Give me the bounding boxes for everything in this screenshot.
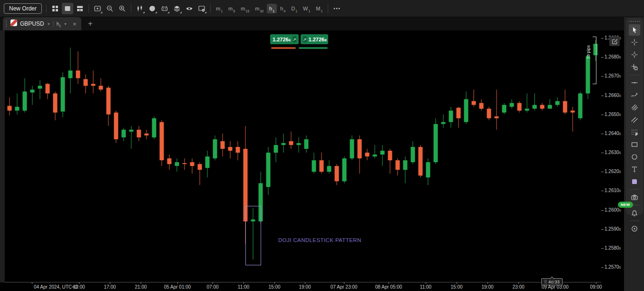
chart-plot-area[interactable] bbox=[5, 30, 601, 282]
tab-drag-handle-icon[interactable] bbox=[6, 20, 8, 27]
chart-edit-button[interactable] bbox=[609, 36, 620, 46]
timeframe-m5-button[interactable]: m5 bbox=[226, 4, 237, 13]
new-feature-badge: NEW bbox=[618, 202, 633, 208]
candle-body bbox=[107, 87, 111, 114]
zoom-out-icon[interactable] bbox=[104, 3, 116, 14]
horizontal-line-icon[interactable] bbox=[629, 77, 640, 88]
candle-body bbox=[586, 56, 590, 93]
timeframe-h4-button[interactable]: h4 bbox=[278, 4, 288, 13]
add-chart-icon[interactable] bbox=[92, 3, 103, 14]
candle-body bbox=[68, 70, 73, 78]
new-order-button[interactable]: New Order bbox=[4, 3, 42, 14]
time-axis[interactable]: 04 Apr 2024, UTC+013:0017:0021:0005 Apr … bbox=[0, 282, 624, 291]
price-axis-label: 1.26700 bbox=[605, 73, 621, 78]
tab-timeframe-label[interactable]: h1 bbox=[57, 21, 61, 27]
candle-body bbox=[578, 94, 583, 118]
new-tab-button[interactable]: + bbox=[88, 19, 93, 29]
timeframe-m30-button[interactable]: m30 bbox=[253, 4, 266, 13]
toolbar-divider bbox=[328, 4, 328, 13]
timeframe-h1-button[interactable]: h1 bbox=[267, 4, 277, 13]
timeframe-dropdown-icon[interactable]: ▼ bbox=[64, 22, 67, 26]
price-tick bbox=[601, 57, 604, 58]
time-tick bbox=[344, 282, 344, 284]
replay-icon[interactable] bbox=[629, 223, 640, 234]
indicators-icon[interactable]: f bbox=[146, 3, 158, 14]
layers-icon[interactable] bbox=[171, 3, 183, 14]
time-axis-label: 08 Apr 05:00 bbox=[367, 284, 410, 290]
visibility-icon[interactable] bbox=[184, 3, 195, 14]
timeframe-M1-button[interactable]: M1 bbox=[313, 4, 325, 13]
candle-body bbox=[84, 79, 88, 86]
candle-body bbox=[145, 134, 149, 136]
doji-annotation-rectangle[interactable] bbox=[245, 206, 261, 265]
equidistant-channel-icon[interactable] bbox=[629, 114, 640, 126]
candle-body bbox=[190, 162, 195, 166]
candle-body bbox=[129, 130, 134, 132]
ellipse-icon[interactable] bbox=[629, 151, 640, 163]
candle-body bbox=[236, 147, 240, 153]
candle-body bbox=[183, 163, 187, 164]
candle-body bbox=[228, 147, 233, 151]
crosshair-measure-icon[interactable] bbox=[629, 49, 640, 60]
candle-body bbox=[350, 139, 354, 158]
tab-close-icon[interactable]: × bbox=[73, 20, 77, 28]
brush-icon[interactable] bbox=[629, 102, 640, 113]
alerts-icon[interactable] bbox=[629, 207, 640, 219]
text-tool-icon[interactable] bbox=[629, 164, 640, 175]
time-tick bbox=[596, 282, 596, 284]
time-tick bbox=[213, 282, 213, 284]
layout-single-icon[interactable] bbox=[62, 3, 73, 14]
candle-body bbox=[99, 86, 103, 89]
symbol-dropdown-icon[interactable]: ▼ bbox=[47, 22, 50, 26]
rectangle-icon[interactable] bbox=[629, 139, 640, 150]
crosshair-icon[interactable] bbox=[629, 37, 640, 48]
time-tick bbox=[110, 282, 110, 284]
candle-body bbox=[160, 122, 164, 160]
fibonacci-icon[interactable]: F bbox=[629, 126, 640, 138]
timeframe-D1-button[interactable]: D1 bbox=[289, 4, 300, 13]
tab-gbpusd[interactable]: GBPUSD ▼ h1 ▼ × bbox=[3, 17, 81, 30]
candle-body bbox=[403, 160, 408, 170]
timeframe-m1-button[interactable]: m1 bbox=[214, 4, 225, 13]
sell-button[interactable]: 1.27266 ↗ bbox=[270, 34, 299, 44]
layout-grid-icon[interactable] bbox=[49, 3, 61, 14]
candle-body bbox=[152, 118, 156, 137]
window-left-edge bbox=[0, 30, 5, 291]
candle-body bbox=[571, 111, 575, 113]
more-icon[interactable] bbox=[331, 3, 342, 14]
price-axis-label: 1.25900 bbox=[605, 226, 621, 232]
candle-body bbox=[8, 106, 12, 111]
cbots-icon[interactable] bbox=[159, 3, 170, 14]
timeframe-m15-button[interactable]: m15 bbox=[238, 4, 252, 13]
candle-body bbox=[221, 141, 225, 149]
bar-countdown-tooltip[interactable]: ⣿ 40:33 bbox=[541, 278, 563, 285]
candlestick-chart bbox=[5, 30, 601, 282]
chart-type-icon[interactable] bbox=[134, 3, 146, 14]
cursor-icon[interactable] bbox=[629, 24, 640, 36]
price-axis[interactable]: 1.269001.268001.267001.266001.265001.264… bbox=[601, 30, 624, 291]
drawing-toolbar: F bbox=[626, 18, 643, 215]
zoom-in-icon[interactable] bbox=[117, 3, 128, 14]
candle-body bbox=[76, 70, 80, 78]
candle-body bbox=[525, 109, 529, 111]
color-swatch-icon[interactable] bbox=[629, 176, 640, 187]
doji-annotation-text[interactable]: DOJI CANDLESTICK PATTERN bbox=[278, 237, 361, 243]
timeframe-W1-button[interactable]: W1 bbox=[301, 4, 312, 13]
price-tick bbox=[601, 248, 604, 249]
candle-body bbox=[198, 164, 202, 170]
time-axis-label: 07 Apr 23:00 bbox=[322, 284, 365, 290]
crosshair-frame-icon[interactable] bbox=[629, 61, 640, 73]
candle-body bbox=[342, 158, 347, 181]
candle-body bbox=[213, 139, 217, 158]
time-tick bbox=[389, 282, 389, 284]
buy-arrow-icon: ↗ bbox=[303, 36, 307, 42]
buy-button[interactable]: ↗ 1.27268 bbox=[301, 34, 328, 44]
layout-split-icon[interactable] bbox=[74, 3, 86, 14]
chart-settings-icon[interactable] bbox=[196, 3, 207, 14]
price-axis-label: 1.25800 bbox=[605, 245, 621, 251]
toolbar-drag-handle-icon[interactable] bbox=[629, 21, 640, 22]
price-axis-label: 1.26000 bbox=[605, 207, 621, 213]
tab-symbol-label: GBPUSD bbox=[20, 20, 44, 27]
toolbar-divider bbox=[210, 4, 211, 13]
freehand-icon[interactable] bbox=[629, 89, 640, 101]
